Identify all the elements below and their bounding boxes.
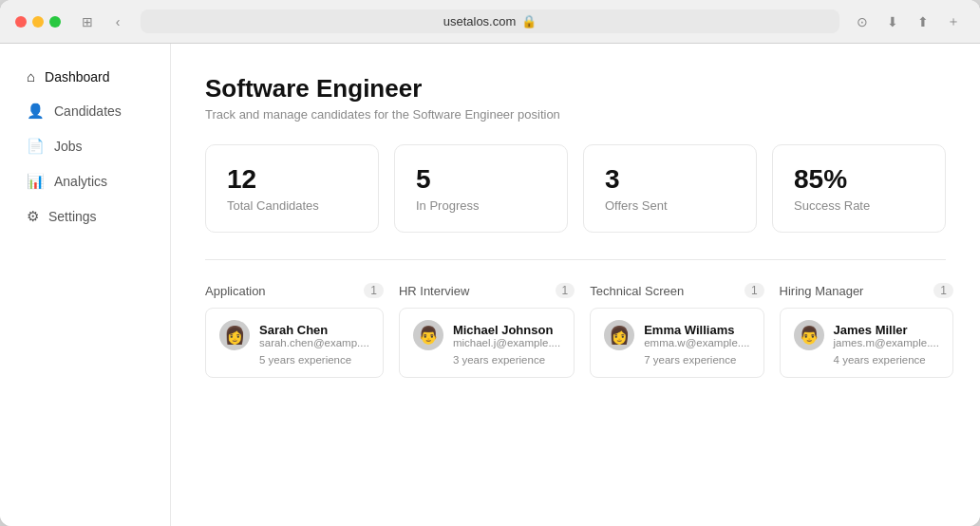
candidate-header-emma: 👩 Emma Williams emma.w@example.... <box>604 320 749 350</box>
share-icon[interactable]: ⬆ <box>912 10 934 33</box>
candidate-name-emma: Emma Williams <box>644 323 749 337</box>
page-subtitle: Track and manage candidates for the Soft… <box>205 107 946 122</box>
candidate-header-sarah: 👩 Sarah Chen sarah.chen@examp.... <box>219 320 369 350</box>
address-bar[interactable]: usetalos.com 🔒 <box>141 9 839 33</box>
sidebar-item-analytics[interactable]: 📊 Analytics <box>8 164 162 198</box>
sidebar-label-candidates: Candidates <box>54 103 122 119</box>
candidate-name-sarah: Sarah Chen <box>259 323 369 337</box>
sidebar-item-candidates[interactable]: 👤 Candidates <box>8 94 162 128</box>
candidate-card-michael[interactable]: 👨 Michael Johnson michael.j@example.... … <box>399 308 575 378</box>
pipeline-count-application: 1 <box>364 283 384 298</box>
sidebar-label-dashboard: Dashboard <box>45 69 110 85</box>
stat-card-success: 85% Success Rate <box>772 144 946 233</box>
candidate-name-james: James Miller <box>834 323 939 337</box>
sidebar: ⌂ Dashboard 👤 Candidates 📄 Jobs 📊 Analyt… <box>0 44 171 526</box>
pipeline-count-hr: 1 <box>556 283 575 298</box>
main-content: Software Engineer Track and manage candi… <box>171 44 980 526</box>
stat-label-success: Success Rate <box>794 198 924 213</box>
candidate-card-emma[interactable]: 👩 Emma Williams emma.w@example.... 7 yea… <box>590 308 763 378</box>
avatar-james: 👨 <box>794 320 824 350</box>
pipeline-col-header-hr: HR Interview 1 <box>399 283 575 298</box>
avatar-sarah: 👩 <box>219 320 250 350</box>
candidate-email-sarah: sarah.chen@examp.... <box>259 337 369 348</box>
avatar-michael: 👨 <box>413 320 443 350</box>
browser-chrome: ⊞ ‹ usetalos.com 🔒 ⊙ ⬇ ⬆ ＋ <box>0 0 980 44</box>
candidate-email-michael: michael.j@example.... <box>453 337 560 348</box>
stat-number-offers: 3 <box>605 164 735 195</box>
url-text: usetalos.com <box>443 14 517 28</box>
analytics-icon: 📊 <box>27 173 45 190</box>
stat-number-success: 85% <box>794 164 924 195</box>
home-icon: ⌂ <box>27 68 35 85</box>
page-title: Software Engineer <box>205 74 946 103</box>
maximize-button[interactable] <box>49 16 61 28</box>
sidebar-item-jobs[interactable]: 📄 Jobs <box>8 129 162 163</box>
candidate-info-james: James Miller james.m@example.... <box>834 323 939 348</box>
stat-label-total: Total Candidates <box>227 198 357 213</box>
stat-number-total: 12 <box>227 164 357 195</box>
stat-label-offers: Offers Sent <box>605 198 735 213</box>
pipeline-count-technical: 1 <box>744 283 764 298</box>
pipeline-stage-technical: Technical Screen <box>590 284 684 298</box>
candidate-email-james: james.m@example.... <box>834 337 939 348</box>
candidate-email-emma: emma.w@example.... <box>644 337 749 348</box>
candidate-exp-james: 4 years experience <box>794 354 939 366</box>
sidebar-toggle-icon[interactable]: ⊞ <box>76 10 99 33</box>
pipeline-stage-hr: HR Interview <box>399 284 469 298</box>
pipeline-col-header-technical: Technical Screen 1 <box>590 283 763 298</box>
stat-card-inprogress: 5 In Progress <box>394 144 568 233</box>
avatar-emma: 👩 <box>604 320 634 350</box>
sidebar-item-dashboard[interactable]: ⌂ Dashboard <box>8 60 162 93</box>
minimize-button[interactable] <box>32 16 44 28</box>
browser-controls: ⊞ ‹ <box>76 10 129 33</box>
pipeline-col-hiring: Hiring Manager 1 👨 James Miller james.m@… <box>780 283 953 378</box>
stat-card-total: 12 Total Candidates <box>205 144 379 233</box>
sidebar-label-settings: Settings <box>48 209 97 224</box>
candidate-header-michael: 👨 Michael Johnson michael.j@example.... <box>413 320 560 350</box>
stat-number-inprogress: 5 <box>416 164 546 195</box>
section-divider <box>205 259 946 260</box>
browser-window: ⊞ ‹ usetalos.com 🔒 ⊙ ⬇ ⬆ ＋ ⌂ Dashboard 👤… <box>0 0 980 526</box>
settings-icon: ⚙ <box>27 208 39 225</box>
candidate-exp-emma: 7 years experience <box>604 354 749 366</box>
stats-grid: 12 Total Candidates 5 In Progress 3 Offe… <box>205 144 946 233</box>
candidate-header-james: 👨 James Miller james.m@example.... <box>794 320 939 350</box>
stat-label-inprogress: In Progress <box>416 198 546 213</box>
more-options-icon[interactable]: ⊙ <box>851 10 874 33</box>
candidate-card-sarah[interactable]: 👩 Sarah Chen sarah.chen@examp.... 5 year… <box>205 308 384 378</box>
jobs-icon: 📄 <box>27 138 45 155</box>
download-icon[interactable]: ⬇ <box>881 10 904 33</box>
stat-card-offers: 3 Offers Sent <box>583 144 757 233</box>
traffic-lights <box>15 16 61 28</box>
candidate-exp-michael: 3 years experience <box>413 354 560 366</box>
candidate-info-sarah: Sarah Chen sarah.chen@examp.... <box>259 323 369 348</box>
lock-icon: 🔒 <box>521 14 537 28</box>
browser-actions: ⊙ ⬇ ⬆ ＋ <box>851 10 965 33</box>
candidate-info-emma: Emma Williams emma.w@example.... <box>644 323 749 348</box>
pipeline-col-header-application: Application 1 <box>205 283 384 298</box>
sidebar-label-jobs: Jobs <box>54 139 83 154</box>
pipeline-stage-application: Application <box>205 284 266 298</box>
candidate-name-michael: Michael Johnson <box>453 323 560 337</box>
back-icon[interactable]: ‹ <box>106 10 129 33</box>
pipeline-stage-hiring: Hiring Manager <box>780 284 864 298</box>
app-body: ⌂ Dashboard 👤 Candidates 📄 Jobs 📊 Analyt… <box>0 44 980 526</box>
close-button[interactable] <box>15 16 27 28</box>
pipeline-col-application: Application 1 👩 Sarah Chen sarah.chen@ex… <box>205 283 384 378</box>
pipeline-col-hr: HR Interview 1 👨 Michael Johnson michael… <box>399 283 575 378</box>
pipeline-grid: Application 1 👩 Sarah Chen sarah.chen@ex… <box>205 283 946 378</box>
candidate-info-michael: Michael Johnson michael.j@example.... <box>453 323 560 348</box>
candidate-exp-sarah: 5 years experience <box>219 354 369 366</box>
pipeline-count-hiring: 1 <box>933 283 953 298</box>
sidebar-item-settings[interactable]: ⚙ Settings <box>8 199 162 234</box>
pipeline-col-technical: Technical Screen 1 👩 Emma Williams emma.… <box>590 283 763 378</box>
pipeline-col-header-hiring: Hiring Manager 1 <box>780 283 953 298</box>
candidates-icon: 👤 <box>27 103 45 120</box>
candidate-card-james[interactable]: 👨 James Miller james.m@example.... 4 yea… <box>780 308 953 378</box>
new-tab-icon[interactable]: ＋ <box>942 10 965 33</box>
sidebar-label-analytics: Analytics <box>54 174 107 189</box>
